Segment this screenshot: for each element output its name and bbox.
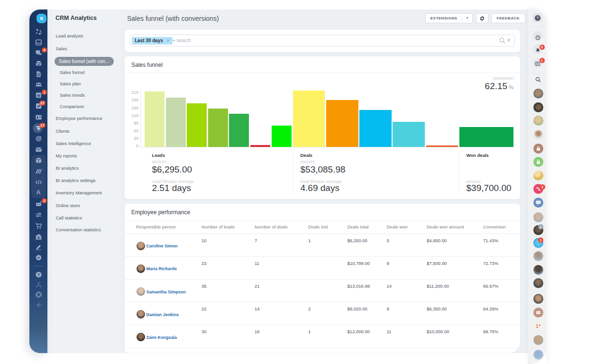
svg-text:?: ? [37, 272, 39, 277]
